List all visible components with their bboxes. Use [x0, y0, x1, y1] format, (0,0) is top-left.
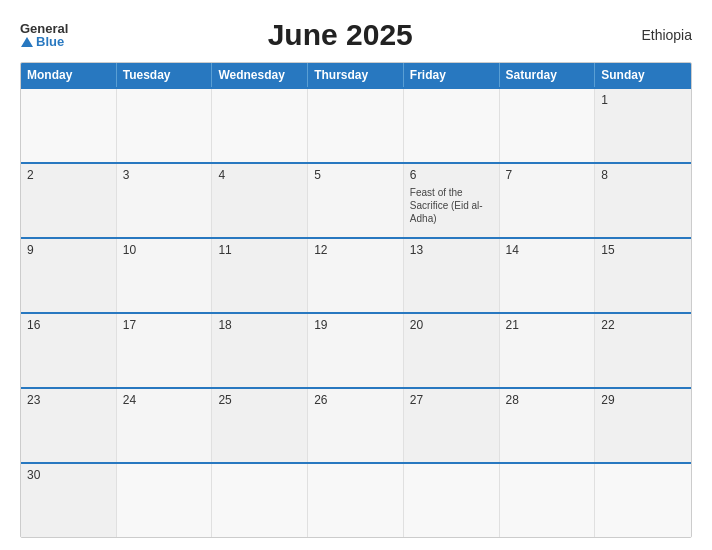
calendar-cell-r4-c2[interactable]: 25: [212, 389, 308, 462]
calendar-cell-r2-c4[interactable]: 13: [404, 239, 500, 312]
weekday-friday: Friday: [404, 63, 500, 87]
calendar-cell-r5-c3[interactable]: [308, 464, 404, 537]
logo-triangle-icon: [21, 37, 33, 47]
calendar-cell-r0-c6[interactable]: 1: [595, 89, 691, 162]
calendar-cell-r2-c6[interactable]: 15: [595, 239, 691, 312]
day-number: 24: [123, 393, 206, 407]
calendar-cell-r4-c0[interactable]: 23: [21, 389, 117, 462]
calendar: Monday Tuesday Wednesday Thursday Friday…: [20, 62, 692, 538]
calendar-cell-r0-c4[interactable]: [404, 89, 500, 162]
day-number: 2: [27, 168, 110, 182]
day-number: 12: [314, 243, 397, 257]
weekday-saturday: Saturday: [500, 63, 596, 87]
calendar-row-1: 23456Feast of the Sacrifice (Eid al-Adha…: [21, 162, 691, 237]
calendar-cell-r0-c2[interactable]: [212, 89, 308, 162]
day-number: 21: [506, 318, 589, 332]
day-number: 15: [601, 243, 685, 257]
calendar-cell-r1-c2[interactable]: 4: [212, 164, 308, 237]
logo-blue-text: Blue: [36, 35, 64, 48]
calendar-cell-r2-c5[interactable]: 14: [500, 239, 596, 312]
day-number: 8: [601, 168, 685, 182]
calendar-row-3: 16171819202122: [21, 312, 691, 387]
day-number: 30: [27, 468, 110, 482]
calendar-cell-r3-c5[interactable]: 21: [500, 314, 596, 387]
day-number: 27: [410, 393, 493, 407]
calendar-cell-r1-c6[interactable]: 8: [595, 164, 691, 237]
calendar-header: Monday Tuesday Wednesday Thursday Friday…: [21, 63, 691, 87]
calendar-cell-r5-c5[interactable]: [500, 464, 596, 537]
day-number: 6: [410, 168, 493, 182]
day-number: 28: [506, 393, 589, 407]
weekday-wednesday: Wednesday: [212, 63, 308, 87]
calendar-cell-r3-c1[interactable]: 17: [117, 314, 213, 387]
day-number: 20: [410, 318, 493, 332]
day-number: 13: [410, 243, 493, 257]
day-number: 10: [123, 243, 206, 257]
calendar-cell-r0-c0[interactable]: [21, 89, 117, 162]
day-number: 9: [27, 243, 110, 257]
calendar-cell-r1-c3[interactable]: 5: [308, 164, 404, 237]
day-number: 7: [506, 168, 589, 182]
calendar-cell-r5-c1[interactable]: [117, 464, 213, 537]
calendar-row-2: 9101112131415: [21, 237, 691, 312]
day-number: 5: [314, 168, 397, 182]
calendar-cell-r3-c6[interactable]: 22: [595, 314, 691, 387]
calendar-cell-r5-c6[interactable]: [595, 464, 691, 537]
logo: General Blue: [20, 22, 68, 48]
calendar-cell-r4-c1[interactable]: 24: [117, 389, 213, 462]
day-number: 18: [218, 318, 301, 332]
calendar-row-5: 30: [21, 462, 691, 537]
calendar-cell-r1-c5[interactable]: 7: [500, 164, 596, 237]
calendar-cell-r1-c1[interactable]: 3: [117, 164, 213, 237]
weekday-sunday: Sunday: [595, 63, 691, 87]
calendar-row-4: 23242526272829: [21, 387, 691, 462]
day-number: 22: [601, 318, 685, 332]
calendar-cell-r0-c3[interactable]: [308, 89, 404, 162]
calendar-cell-r4-c5[interactable]: 28: [500, 389, 596, 462]
calendar-body: 123456Feast of the Sacrifice (Eid al-Adh…: [21, 87, 691, 537]
page: General Blue June 2025 Ethiopia Monday T…: [0, 0, 712, 550]
day-number: 4: [218, 168, 301, 182]
day-number: 29: [601, 393, 685, 407]
calendar-cell-r3-c3[interactable]: 19: [308, 314, 404, 387]
event-text: Feast of the Sacrifice (Eid al-Adha): [410, 186, 493, 225]
day-number: 14: [506, 243, 589, 257]
day-number: 25: [218, 393, 301, 407]
day-number: 26: [314, 393, 397, 407]
calendar-cell-r3-c4[interactable]: 20: [404, 314, 500, 387]
day-number: 1: [601, 93, 685, 107]
logo-blue-container: Blue: [20, 35, 64, 48]
day-number: 3: [123, 168, 206, 182]
calendar-title: June 2025: [68, 18, 612, 52]
calendar-cell-r3-c2[interactable]: 18: [212, 314, 308, 387]
calendar-cell-r1-c4[interactable]: 6Feast of the Sacrifice (Eid al-Adha): [404, 164, 500, 237]
day-number: 16: [27, 318, 110, 332]
day-number: 19: [314, 318, 397, 332]
calendar-cell-r2-c0[interactable]: 9: [21, 239, 117, 312]
calendar-cell-r2-c3[interactable]: 12: [308, 239, 404, 312]
calendar-cell-r4-c4[interactable]: 27: [404, 389, 500, 462]
calendar-cell-r5-c2[interactable]: [212, 464, 308, 537]
calendar-cell-r4-c3[interactable]: 26: [308, 389, 404, 462]
weekday-tuesday: Tuesday: [117, 63, 213, 87]
weekday-monday: Monday: [21, 63, 117, 87]
calendar-cell-r3-c0[interactable]: 16: [21, 314, 117, 387]
weekday-thursday: Thursday: [308, 63, 404, 87]
calendar-cell-r1-c0[interactable]: 2: [21, 164, 117, 237]
calendar-cell-r2-c1[interactable]: 10: [117, 239, 213, 312]
calendar-row-0: 1: [21, 87, 691, 162]
calendar-cell-r4-c6[interactable]: 29: [595, 389, 691, 462]
calendar-cell-r2-c2[interactable]: 11: [212, 239, 308, 312]
header: General Blue June 2025 Ethiopia: [20, 18, 692, 52]
calendar-cell-r0-c1[interactable]: [117, 89, 213, 162]
calendar-cell-r5-c4[interactable]: [404, 464, 500, 537]
calendar-cell-r5-c0[interactable]: 30: [21, 464, 117, 537]
day-number: 11: [218, 243, 301, 257]
calendar-cell-r0-c5[interactable]: [500, 89, 596, 162]
country-label: Ethiopia: [612, 27, 692, 43]
day-number: 17: [123, 318, 206, 332]
day-number: 23: [27, 393, 110, 407]
